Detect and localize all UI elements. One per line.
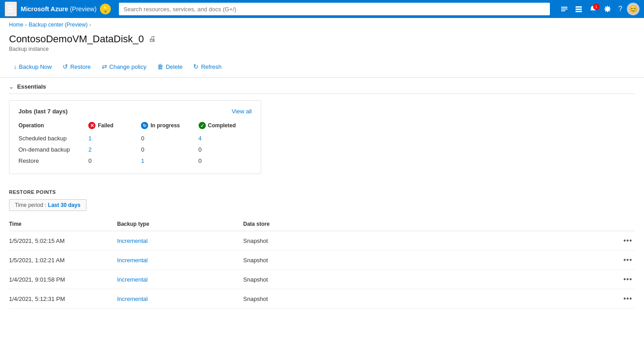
- refresh-button[interactable]: ↻ Refresh: [189, 61, 226, 72]
- breadcrumb-sep-1: ›: [25, 22, 27, 27]
- scheduled-inprogress-value: 0: [141, 133, 198, 144]
- nav-icons-group: 1 ? 😊: [558, 3, 639, 15]
- rp-data-store-0: Snapshot: [243, 231, 369, 251]
- refresh-icon: ↻: [193, 63, 199, 70]
- essentials-title: Essentials: [17, 83, 46, 90]
- top-navigation: ☰ Microsoft Azure (Preview) 💡 1 ? 😊: [0, 0, 644, 18]
- col-operation-header: Operation: [18, 120, 88, 133]
- rp-table-row: 1/5/2021, 1:02:21 AM Incremental Snapsho…: [9, 251, 635, 270]
- scheduled-completed-value: 4: [199, 133, 252, 144]
- col-data-store-header: Data store: [243, 218, 369, 231]
- breadcrumb: Home › Backup center (Preview) ›: [0, 18, 644, 31]
- essentials-section-header[interactable]: ⌄ Essentials: [9, 78, 635, 94]
- backup-now-icon: ↓: [14, 63, 17, 70]
- scheduled-failed-value: 1: [88, 133, 141, 144]
- restore-inprogress-value: 1: [141, 155, 198, 166]
- rp-table-header-row: Time Backup type Data store: [9, 218, 635, 231]
- rp-more-actions-3: •••: [369, 289, 635, 309]
- delete-icon: 🗑: [157, 63, 163, 70]
- svg-rect-0: [576, 6, 582, 8]
- rp-more-button-0[interactable]: •••: [621, 236, 635, 246]
- jobs-card-header: Jobs (last 7 days) View all: [18, 108, 252, 115]
- cloud-shell-button[interactable]: [558, 4, 571, 14]
- rp-time-2: 1/4/2021, 9:01:58 PM: [9, 270, 117, 289]
- restore-completed-value: 0: [199, 155, 252, 166]
- completed-status-icon: ✓: [199, 122, 206, 129]
- rp-more-actions-0: •••: [369, 231, 635, 251]
- help-button[interactable]: ?: [616, 3, 625, 15]
- jobs-table-header-row: Operation ✕ Failed ↻ In progress: [18, 120, 252, 133]
- restore-points-table: Time Backup type Data store 1/5/2021, 5:…: [9, 218, 635, 309]
- restore-failed-value: 0: [88, 155, 141, 166]
- rp-backup-type-2: Incremental: [117, 270, 243, 289]
- jobs-row-ondemand: On-demand backup 2 0 0: [18, 144, 252, 155]
- page-header: ContosoDemoVM_DataDisk_0 🖨 Backup instan…: [0, 31, 644, 58]
- user-avatar-button[interactable]: 😊: [627, 3, 639, 15]
- col-time-header: Time: [9, 218, 117, 231]
- rp-time-3: 1/4/2021, 5:12:31 PM: [9, 289, 117, 309]
- breadcrumb-home[interactable]: Home: [9, 22, 23, 28]
- lightbulb-icon[interactable]: 💡: [100, 4, 111, 14]
- app-title: Microsoft Azure (Preview): [21, 5, 96, 13]
- jobs-card: Jobs (last 7 days) View all Operation ✕ …: [9, 100, 261, 174]
- rp-time-0: 1/5/2021, 5:02:15 AM: [9, 231, 117, 251]
- notification-button[interactable]: 1: [587, 4, 599, 14]
- view-all-link[interactable]: View all: [231, 108, 252, 115]
- time-period-value: Last 30 days: [48, 202, 81, 208]
- rp-table-row: 1/4/2021, 5:12:31 PM Incremental Snapsho…: [9, 289, 635, 309]
- restore-icon: ↺: [63, 63, 68, 70]
- time-period-label: Time period :: [15, 202, 46, 208]
- jobs-row-scheduled: Scheduled backup 1 0 4: [18, 133, 252, 144]
- restore-label: Restore: [18, 155, 88, 166]
- search-input[interactable]: [119, 3, 550, 15]
- restore-points-section-title: RESTORE POINTS: [9, 180, 635, 199]
- ondemand-backup-label: On-demand backup: [18, 144, 88, 155]
- breadcrumb-sep-2: ›: [89, 22, 91, 27]
- directory-button[interactable]: [572, 4, 585, 14]
- inprogress-status-icon: ↻: [141, 122, 148, 129]
- time-period-filter[interactable]: Time period : Last 30 days: [9, 199, 86, 211]
- rp-backup-type-3: Incremental: [117, 289, 243, 309]
- col-backup-type-header: Backup type: [117, 218, 243, 231]
- svg-rect-1: [576, 9, 582, 10]
- change-policy-button[interactable]: ⇄ Change policy: [97, 61, 151, 72]
- rp-more-actions-1: •••: [369, 251, 635, 270]
- rp-more-button-3[interactable]: •••: [621, 294, 635, 304]
- notification-count: 1: [593, 4, 599, 10]
- breadcrumb-backup-center[interactable]: Backup center (Preview): [29, 22, 88, 28]
- rp-time-1: 1/5/2021, 1:02:21 AM: [9, 251, 117, 270]
- delete-button[interactable]: 🗑 Delete: [153, 61, 187, 72]
- scheduled-backup-label: Scheduled backup: [18, 133, 88, 144]
- col-inprogress-header: ↻ In progress: [141, 120, 198, 133]
- rp-more-button-1[interactable]: •••: [621, 255, 635, 265]
- essentials-toggle-icon: ⌄: [9, 84, 14, 90]
- rp-backup-type-1: Incremental: [117, 251, 243, 270]
- hamburger-menu-button[interactable]: ☰: [5, 1, 17, 17]
- settings-button[interactable]: [601, 4, 614, 14]
- change-policy-icon: ⇄: [102, 63, 107, 70]
- jobs-table: Operation ✕ Failed ↻ In progress: [18, 120, 252, 166]
- svg-rect-2: [576, 11, 582, 12]
- failed-status-icon: ✕: [88, 122, 95, 129]
- backup-now-button[interactable]: ↓ Backup Now: [9, 61, 56, 72]
- jobs-row-restore: Restore 0 1 0: [18, 155, 252, 166]
- rp-data-store-2: Snapshot: [243, 270, 369, 289]
- jobs-title: Jobs (last 7 days): [18, 108, 68, 115]
- col-completed-header: ✓ Completed: [199, 120, 252, 133]
- ondemand-failed-value: 2: [88, 144, 141, 155]
- rp-more-actions-2: •••: [369, 270, 635, 289]
- rp-backup-type-0: Incremental: [117, 231, 243, 251]
- main-content: ⌄ Essentials Jobs (last 7 days) View all…: [0, 78, 644, 309]
- page-title: ContosoDemoVM_DataDisk_0: [9, 33, 144, 45]
- ondemand-inprogress-value: 0: [141, 144, 198, 155]
- ondemand-completed-value: 0: [199, 144, 252, 155]
- toolbar: ↓ Backup Now ↺ Restore ⇄ Change policy 🗑…: [0, 58, 644, 78]
- col-actions-header: [369, 218, 635, 231]
- page-subtitle: Backup instance: [9, 46, 635, 52]
- print-icon[interactable]: 🖨: [149, 35, 156, 43]
- rp-data-store-1: Snapshot: [243, 251, 369, 270]
- rp-more-button-2[interactable]: •••: [621, 274, 635, 284]
- rp-table-row: 1/4/2021, 9:01:58 PM Incremental Snapsho…: [9, 270, 635, 289]
- restore-button[interactable]: ↺ Restore: [58, 61, 95, 72]
- rp-data-store-3: Snapshot: [243, 289, 369, 309]
